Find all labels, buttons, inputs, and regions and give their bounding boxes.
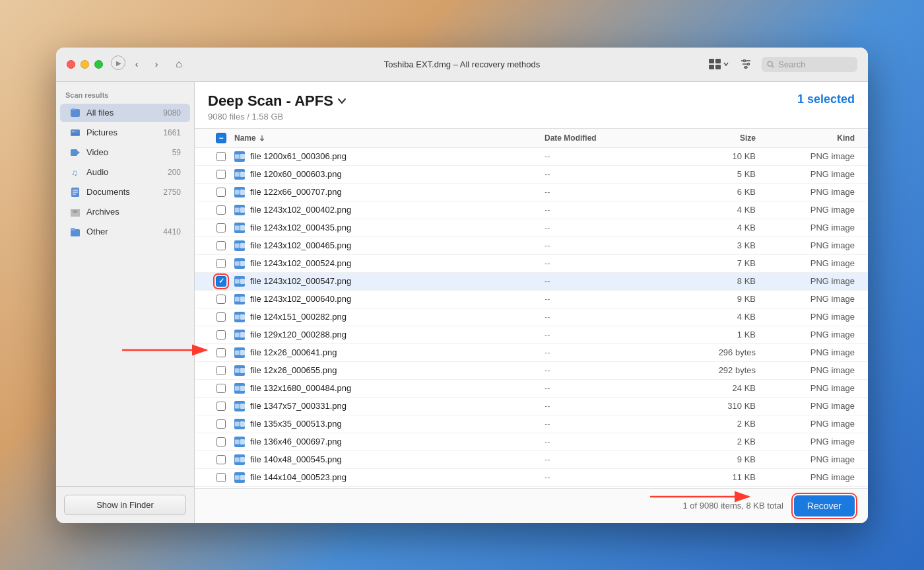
row-name: file 124x151_000282.png	[234, 312, 544, 322]
svg-rect-1	[715, 59, 721, 63]
sidebar-item-pictures[interactable]: Pictures 1661	[60, 124, 190, 142]
name-column-header[interactable]: Name	[234, 133, 544, 143]
table-row[interactable]: file 135x35_000513.png -- 2 KB PNG image	[195, 415, 868, 433]
row-date: --	[544, 187, 676, 197]
unchecked-checkbox[interactable]	[216, 473, 226, 482]
home-button[interactable]: ⌂	[170, 55, 187, 73]
maximize-button[interactable]	[94, 60, 103, 69]
table-row[interactable]: file 12x26_000655.png -- 292 bytes PNG i…	[195, 362, 868, 380]
back-button[interactable]: ‹	[128, 55, 145, 73]
unchecked-checkbox[interactable]	[216, 384, 226, 393]
minimize-button[interactable]	[81, 60, 89, 69]
unchecked-checkbox[interactable]	[216, 366, 226, 375]
table-row[interactable]: file 12x26_000641.png -- 296 bytes PNG i…	[195, 344, 868, 362]
sidebar-item-documents[interactable]: Documents 2750	[60, 183, 190, 201]
unchecked-checkbox[interactable]	[216, 330, 226, 339]
row-checkbox-5[interactable]	[208, 241, 234, 250]
row-checkbox-15[interactable]	[208, 419, 234, 429]
row-checkbox-7[interactable]	[208, 276, 234, 287]
table-row[interactable]: file 1347x57_000331.png -- 310 KB PNG im…	[195, 398, 868, 415]
row-checkbox-17[interactable]	[208, 455, 234, 464]
row-kind: PNG image	[756, 330, 855, 339]
table-row[interactable]: file 1243x102_000640.png -- 9 KB PNG ima…	[195, 291, 868, 308]
row-checkbox-14[interactable]	[208, 402, 234, 411]
unchecked-checkbox[interactable]	[216, 170, 226, 179]
scan-title[interactable]: Deep Scan - APFS	[208, 92, 346, 110]
row-name: file 122x66_000707.png	[234, 187, 544, 197]
table-row[interactable]: file 1243x102_000547.png -- 8 KB PNG ima…	[195, 273, 868, 291]
search-input[interactable]	[778, 59, 852, 69]
unchecked-checkbox[interactable]	[216, 419, 226, 429]
sidebar-label-all-files: All files	[86, 108, 158, 118]
checked-checkbox[interactable]	[216, 276, 226, 287]
unchecked-checkbox[interactable]	[216, 205, 226, 215]
recover-button[interactable]: Recover	[794, 495, 855, 517]
row-checkbox-13[interactable]	[208, 384, 234, 393]
row-checkbox-2[interactable]	[208, 188, 234, 197]
table-row[interactable]: file 129x120_000288.png -- 1 KB PNG imag…	[195, 326, 868, 344]
table-row[interactable]: file 1243x102_000402.png -- 4 KB PNG ima…	[195, 201, 868, 219]
row-size: 3 KB	[676, 240, 756, 250]
table-row[interactable]: file 1243x102_000465.png -- 3 KB PNG ima…	[195, 237, 868, 255]
row-checkbox-3[interactable]	[208, 205, 234, 215]
unchecked-checkbox[interactable]	[216, 295, 226, 304]
row-checkbox-10[interactable]	[208, 330, 234, 339]
table-row[interactable]: file 132x1680_000484.png -- 24 KB PNG im…	[195, 380, 868, 398]
unchecked-checkbox[interactable]	[216, 348, 226, 357]
row-checkbox-0[interactable]	[208, 152, 234, 161]
unchecked-checkbox[interactable]	[216, 188, 226, 197]
table-row[interactable]: file 122x66_000707.png -- 6 KB PNG image	[195, 184, 868, 201]
unchecked-checkbox[interactable]	[216, 152, 226, 161]
sidebar-item-audio[interactable]: ♫ Audio 200	[60, 163, 190, 182]
play-icon[interactable]: ▶	[111, 55, 125, 70]
kind-column-header[interactable]: Kind	[756, 133, 855, 143]
unchecked-checkbox[interactable]	[216, 259, 226, 268]
filter-button[interactable]	[738, 56, 754, 72]
unchecked-checkbox[interactable]	[216, 241, 226, 250]
table-row[interactable]: file 124x151_000282.png -- 4 KB PNG imag…	[195, 308, 868, 326]
row-checkbox-8[interactable]	[208, 295, 234, 304]
forward-button[interactable]: ›	[148, 55, 165, 73]
row-checkbox-16[interactable]	[208, 437, 234, 446]
png-file-icon	[234, 419, 245, 429]
show-in-finder-button[interactable]: Show in Finder	[64, 495, 186, 515]
unchecked-checkbox[interactable]	[216, 312, 226, 322]
sidebar-item-archives[interactable]: Archives	[60, 203, 190, 221]
row-size: 6 KB	[676, 187, 756, 197]
dropdown-icon	[337, 96, 346, 106]
header-checkbox[interactable]	[208, 133, 234, 143]
table-row[interactable]: file 1243x102_000524.png -- 7 KB PNG ima…	[195, 255, 868, 273]
unchecked-checkbox[interactable]	[216, 437, 226, 446]
row-checkbox-12[interactable]	[208, 366, 234, 375]
row-checkbox-6[interactable]	[208, 259, 234, 268]
table-row[interactable]: file 120x60_000603.png -- 5 KB PNG image	[195, 166, 868, 184]
sidebar-item-other[interactable]: Other 4410	[60, 223, 190, 241]
table-row[interactable]: file 136x46_000697.png -- 2 KB PNG image	[195, 433, 868, 451]
row-checkbox-9[interactable]	[208, 312, 234, 322]
row-name: file 1243x102_000402.png	[234, 205, 544, 215]
view-toggle-button[interactable]	[709, 57, 730, 71]
png-file-icon	[234, 401, 245, 411]
row-checkbox-1[interactable]	[208, 170, 234, 179]
search-box[interactable]	[762, 57, 857, 72]
row-kind: PNG image	[756, 169, 855, 179]
table-row[interactable]: file 1243x102_000435.png -- 4 KB PNG ima…	[195, 219, 868, 237]
size-column-header[interactable]: Size	[676, 133, 756, 143]
table-row[interactable]: file 140x48_000545.png -- 9 KB PNG image	[195, 451, 868, 469]
row-checkbox-4[interactable]	[208, 223, 234, 232]
svg-rect-33	[235, 243, 240, 248]
sidebar-count-pictures: 1661	[163, 128, 181, 137]
sidebar-item-video[interactable]: Video 59	[60, 143, 190, 162]
toolbar-right	[709, 56, 857, 72]
unchecked-checkbox[interactable]	[216, 402, 226, 411]
unchecked-checkbox[interactable]	[216, 455, 226, 464]
row-checkbox-18[interactable]	[208, 473, 234, 482]
sidebar-label-audio: Audio	[86, 167, 162, 177]
table-row[interactable]: file 1200x61_000306.png -- 10 KB PNG ima…	[195, 148, 868, 166]
date-column-header[interactable]: Date Modified	[544, 133, 676, 143]
table-row[interactable]: file 144x104_000523.png -- 11 KB PNG ima…	[195, 469, 868, 487]
sidebar-item-all-files[interactable]: All files 9080	[60, 104, 190, 122]
unchecked-checkbox[interactable]	[216, 223, 226, 232]
close-button[interactable]	[67, 60, 75, 69]
row-checkbox-11[interactable]	[208, 348, 234, 357]
